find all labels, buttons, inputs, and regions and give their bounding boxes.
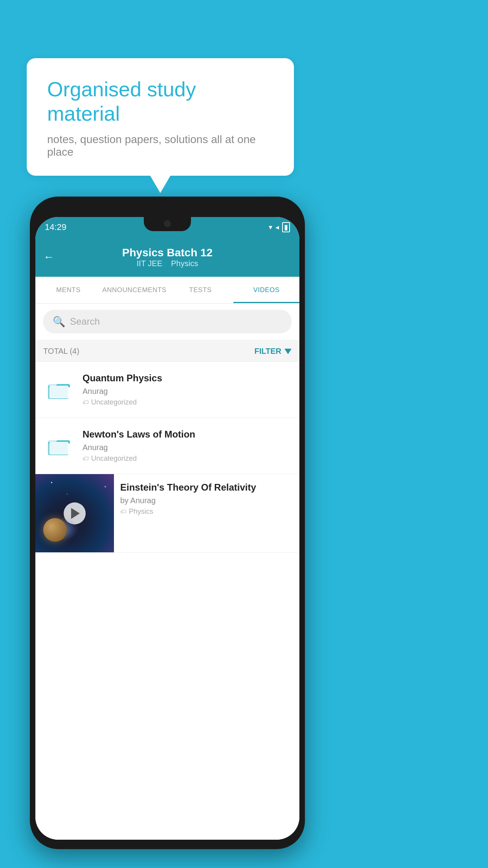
star: [51, 482, 52, 483]
wifi-icon: ▾: [269, 223, 272, 232]
battery-icon: ▮: [282, 222, 290, 232]
phone-frame: 14:29 ▾ ◂ ▮ ← Physics Batch 12 IIT JEE P…: [30, 197, 305, 849]
tab-videos[interactable]: VIDEOS: [233, 277, 299, 303]
svg-rect-3: [50, 386, 68, 397]
video-tag: 🏷 Uncategorized: [83, 454, 292, 463]
video-tag: 🏷 Uncategorized: [83, 398, 292, 406]
tab-announcements[interactable]: ANNOUNCEMENTS: [101, 277, 167, 303]
tab-ments[interactable]: MENTS: [35, 277, 101, 303]
bubble-subtitle: notes, question papers, solutions all at…: [47, 133, 273, 158]
video-info: Quantum Physics Anurag 🏷 Uncategorized: [83, 373, 292, 406]
star: [67, 494, 68, 495]
video-author: Anurag: [83, 387, 292, 396]
header-title: Physics Batch 12: [122, 246, 213, 259]
tag-icon: 🏷: [83, 455, 89, 462]
tag-label: Uncategorized: [91, 398, 137, 406]
phone-notch: [144, 217, 191, 231]
search-icon: 🔍: [53, 316, 65, 328]
back-button[interactable]: ←: [43, 251, 54, 263]
list-item[interactable]: Einstein's Theory Of Relativity by Anura…: [35, 474, 299, 553]
folder-thumbnail: [43, 430, 75, 462]
list-item[interactable]: Newton's Laws of Motion Anurag 🏷 Uncateg…: [35, 418, 299, 474]
video-info: Einstein's Theory Of Relativity by Anura…: [114, 474, 299, 524]
total-count: TOTAL (4): [43, 347, 79, 356]
signal-icon: ◂: [275, 223, 279, 232]
video-tag: 🏷 Physics: [120, 508, 293, 516]
tabs-bar: MENTS ANNOUNCEMENTS TESTS VIDEOS: [35, 277, 299, 303]
status-time: 14:29: [45, 222, 66, 232]
svg-rect-7: [50, 443, 68, 454]
video-info: Newton's Laws of Motion Anurag 🏷 Uncateg…: [83, 429, 292, 463]
video-list: Quantum Physics Anurag 🏷 Uncategorized: [35, 362, 299, 840]
camera-dot: [164, 220, 171, 227]
subtitle-part1: IIT JEE: [137, 259, 162, 268]
video-title: Quantum Physics: [83, 373, 292, 384]
video-author: Anurag: [83, 443, 292, 452]
search-container: 🔍 Search: [35, 303, 299, 340]
tag-label: Uncategorized: [91, 454, 137, 463]
star: [105, 486, 106, 487]
planet: [43, 518, 67, 542]
video-title: Newton's Laws of Motion: [83, 429, 292, 440]
video-author: by Anurag: [120, 496, 293, 505]
list-item[interactable]: Quantum Physics Anurag 🏷 Uncategorized: [35, 362, 299, 418]
phone-screen: 14:29 ▾ ◂ ▮ ← Physics Batch 12 IIT JEE P…: [35, 217, 299, 840]
app-header: ← Physics Batch 12 IIT JEE Physics: [35, 237, 299, 277]
header-subtitle: IIT JEE Physics: [137, 259, 198, 268]
filter-bar: TOTAL (4) FILTER: [35, 341, 299, 362]
tag-icon: 🏷: [120, 508, 127, 515]
bubble-title: Organised study material: [47, 77, 273, 126]
subtitle-part2: Physics: [171, 259, 198, 268]
folder-thumbnail: [43, 374, 75, 405]
video-thumbnail: [35, 474, 114, 553]
speech-bubble: Organised study material notes, question…: [27, 58, 294, 176]
status-icons: ▾ ◂ ▮: [269, 222, 290, 232]
tag-label: Physics: [129, 508, 153, 516]
search-bar[interactable]: 🔍 Search: [43, 310, 292, 333]
filter-button[interactable]: FILTER: [254, 347, 292, 356]
tag-icon: 🏷: [83, 399, 89, 406]
video-title: Einstein's Theory Of Relativity: [120, 482, 293, 493]
filter-triangle-icon: [284, 349, 292, 354]
tab-tests[interactable]: TESTS: [167, 277, 233, 303]
search-placeholder: Search: [70, 316, 100, 327]
